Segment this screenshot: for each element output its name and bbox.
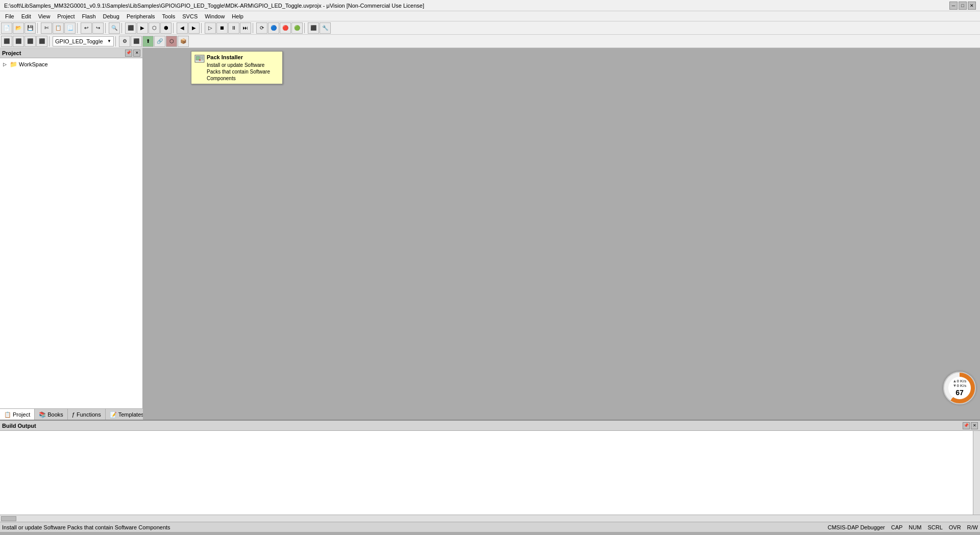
maximize-button[interactable]: □ xyxy=(959,2,967,10)
panel-pin-button[interactable]: 📌 xyxy=(125,50,132,57)
menu-file[interactable]: File xyxy=(2,13,17,20)
scrl-indicator: SCRL xyxy=(927,524,942,530)
tab-templates[interactable]: 📝 Templates xyxy=(106,409,149,420)
menu-view[interactable]: View xyxy=(35,13,54,20)
tb2-btn-g[interactable]: 🔗 xyxy=(154,36,165,47)
svg-text:✕: ✕ xyxy=(199,59,201,62)
menu-tools[interactable]: Tools xyxy=(159,13,179,20)
right-area: ✕ Pack Installer Install or update Softw… xyxy=(143,48,980,420)
build-pin-button[interactable]: 📌 xyxy=(963,422,970,429)
btn-l[interactable]: 🔵 xyxy=(268,22,279,34)
btn-k[interactable]: ⟳ xyxy=(256,22,267,34)
left-panel-header: Project 📌 ✕ xyxy=(0,48,142,58)
expand-icon: ▷ xyxy=(3,62,8,67)
tab-books[interactable]: 📚 Books xyxy=(35,409,68,420)
tooltip-title: Pack Installer xyxy=(207,54,279,61)
tab-functions[interactable]: ƒ Functions xyxy=(68,409,106,420)
btn-j[interactable]: ⏭ xyxy=(240,22,251,34)
btn-h[interactable]: ⏹ xyxy=(216,22,228,34)
left-panel-content: ▷ 📁 WorkSpace xyxy=(0,58,142,408)
left-panel-controls: 📌 ✕ xyxy=(125,50,140,57)
btn-m[interactable]: 🔴 xyxy=(280,22,291,34)
network-percent: 67 xyxy=(955,388,964,397)
target-dropdown[interactable]: GPIO_LED_Toggle ▼ xyxy=(53,36,114,46)
btn-e[interactable]: ◀ xyxy=(177,22,188,34)
tb2-btn-d[interactable]: ⬛ xyxy=(36,36,47,47)
build-output-scrollbar[interactable] xyxy=(973,431,980,515)
menu-help[interactable]: Help xyxy=(229,13,247,20)
btn-i[interactable]: ⏸ xyxy=(228,22,239,34)
title-bar: E:\soft\LibSamples_MM32G0001_v0.9.1\Samp… xyxy=(0,0,980,11)
btn-d[interactable]: ⬢ xyxy=(160,22,172,34)
hscrollbar-thumb xyxy=(1,516,16,521)
btn-g[interactable]: ▷ xyxy=(205,22,216,34)
btn-b[interactable]: ▶ xyxy=(137,22,148,34)
rw-indicator: R/W xyxy=(967,524,978,530)
close-button[interactable]: ✕ xyxy=(968,2,976,10)
tb2-btn-e[interactable]: ⬛ xyxy=(131,36,142,47)
workspace-folder-icon: 📁 xyxy=(10,61,17,68)
project-tab-label: Project xyxy=(13,411,30,418)
separator-1 xyxy=(37,23,39,33)
redo-button[interactable]: ↪ xyxy=(92,22,104,34)
left-panel-tabs: 📋 Project 📚 Books ƒ Functions 📝 Template… xyxy=(0,408,142,420)
tb2-btn-a[interactable]: ⬛ xyxy=(1,36,12,47)
menu-peripherals[interactable]: Peripherals xyxy=(124,13,158,20)
tb2-btn-i[interactable]: 📦 xyxy=(178,36,189,47)
tb2-separator-2 xyxy=(115,36,117,46)
menu-bar: File Edit View Project Flash Debug Perip… xyxy=(0,11,980,21)
tb2-btn-c[interactable]: ⬛ xyxy=(24,36,36,47)
build-output-inner xyxy=(0,431,980,515)
workspace-item[interactable]: ▷ 📁 WorkSpace xyxy=(2,60,140,68)
save-button[interactable]: 💾 xyxy=(24,22,36,34)
menu-window[interactable]: Window xyxy=(202,13,228,20)
copy-button[interactable]: 📋 xyxy=(53,22,64,34)
separator-7 xyxy=(253,23,255,33)
menu-debug[interactable]: Debug xyxy=(100,13,122,20)
pack-installer-tooltip: ✕ Pack Installer Install or update Softw… xyxy=(191,51,283,84)
functions-tab-label: Functions xyxy=(77,411,101,418)
build-output-hscrollbar[interactable] xyxy=(0,515,980,522)
btn-n[interactable]: 🟢 xyxy=(291,22,303,34)
status-bar: Install or update Software Packs that co… xyxy=(0,522,980,532)
project-tab-icon: 📋 xyxy=(4,411,11,418)
tb2-separator-1 xyxy=(49,36,51,46)
separator-2 xyxy=(77,23,79,33)
workspace-label: WorkSpace xyxy=(19,61,48,67)
toolbar-2: ⬛ ⬛ ⬛ ⬛ GPIO_LED_Toggle ▼ ⚙ ⬛ ⬆ 🔗 ⬡ 📦 xyxy=(0,35,980,48)
separator-3 xyxy=(105,23,107,33)
status-message: Install or update Software Packs that co… xyxy=(2,524,170,530)
toolbar-1: 📄 📂 💾 ✄ 📋 📃 ↩ ↪ 🔍 ⬛ ▶ ⬡ ⬢ ◀ ▶ ▷ ⏹ ⏸ ⏭ ⟳ … xyxy=(0,21,980,35)
tb2-btn-b[interactable]: ⬛ xyxy=(13,36,24,47)
tab-project[interactable]: 📋 Project xyxy=(0,409,35,420)
build-close-button[interactable]: ✕ xyxy=(971,422,978,429)
cut-button[interactable]: ✄ xyxy=(41,22,52,34)
menu-project[interactable]: Project xyxy=(54,13,78,20)
title-bar-buttons: ─ □ ✕ xyxy=(949,2,976,10)
btn-a[interactable]: ⬛ xyxy=(125,22,136,34)
btn-f[interactable]: ▶ xyxy=(188,22,200,34)
status-right: CMSIS-DAP Debugger CAP NUM SCRL OVR R/W xyxy=(827,524,978,530)
paste-button[interactable]: 📃 xyxy=(64,22,76,34)
network-circle: ▲0 K/s ▼0 K/s 67 xyxy=(943,372,976,404)
ovr-indicator: OVR xyxy=(949,524,961,530)
btn-o[interactable]: ⬛ xyxy=(308,22,319,34)
templates-tab-label: Templates xyxy=(118,411,144,418)
btn-p[interactable]: 🔧 xyxy=(320,22,331,34)
tb2-btn-h[interactable]: ⬡ xyxy=(166,36,177,47)
find-button[interactable]: 🔍 xyxy=(109,22,120,34)
open-button[interactable]: 📂 xyxy=(13,22,24,34)
menu-flash[interactable]: Flash xyxy=(79,13,99,20)
tb2-btn-f[interactable]: ⬆ xyxy=(142,36,154,47)
manage-project-button[interactable]: ⚙ xyxy=(119,36,130,47)
menu-edit[interactable]: Edit xyxy=(18,13,34,20)
btn-c[interactable]: ⬡ xyxy=(149,22,160,34)
minimize-button[interactable]: ─ xyxy=(949,2,958,10)
tooltip-description: Install or update Software Packs that co… xyxy=(207,62,279,82)
undo-button[interactable]: ↩ xyxy=(81,22,92,34)
title-bar-text: E:\soft\LibSamples_MM32G0001_v0.9.1\Samp… xyxy=(4,3,949,9)
menu-svcs[interactable]: SVCS xyxy=(179,13,201,20)
panel-close-button[interactable]: ✕ xyxy=(133,50,140,57)
new-file-button[interactable]: 📄 xyxy=(1,22,12,34)
network-inner: ▲0 K/s ▼0 K/s 67 xyxy=(948,377,971,399)
